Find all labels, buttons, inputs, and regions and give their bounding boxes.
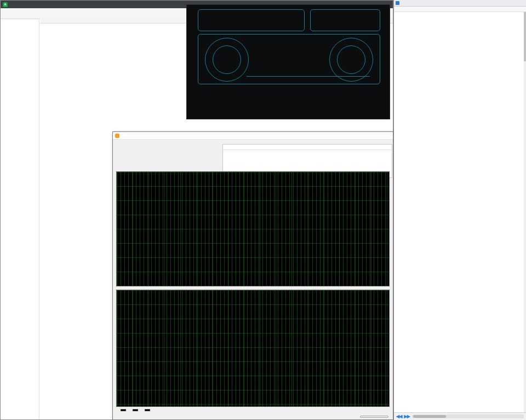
aida64-app-icon: A [3,2,8,7]
volume-bars [315,15,376,28]
clock-box [198,9,305,31]
gpu-gauge [329,38,373,82]
test-started-value [133,409,138,411]
temperature-graph [116,171,390,286]
cpu-info [198,87,340,93]
cpu-usage-graph [116,290,390,407]
stability-titlebar[interactable] [113,132,393,140]
sensorpanel-side-text-right [381,9,388,119]
battery-value [121,409,126,411]
desktop: A [0,0,526,420]
hwinfo-sensor-table [394,12,524,412]
test-status-bar [117,409,150,411]
close-button[interactable] [360,416,388,418]
aida64-tree [1,20,39,419]
gauges-box [198,34,380,84]
external-ip [198,112,203,116]
hwinfo-horizontal-scrollbar[interactable] [412,415,524,418]
sensorpanel-side-text-left [188,9,195,119]
test-buttons [117,416,388,418]
nav-back-icon[interactable]: ◀◀ [396,414,402,419]
sensorpanel-window [186,4,390,119]
cpu-gauge [205,38,249,82]
nav-forward-icon[interactable]: ▶▶ [404,414,409,419]
hwinfo-bottom-toolbar: ◀◀ ▶▶ [394,412,526,420]
hwinfo-vertical-scrollbar[interactable] [524,12,526,412]
volume-box [310,9,380,31]
hwinfo-app-icon [396,1,399,5]
hwinfo-titlebar[interactable] [394,0,526,7]
elapsed-value [145,409,150,411]
utilization-axis [247,76,370,77]
hwinfo-column-headers[interactable] [394,7,526,12]
hwinfo-window: ◀◀ ▶▶ [393,0,526,420]
stability-test-window [112,131,393,420]
stability-app-icon [115,134,119,138]
log-headers[interactable] [223,145,392,150]
